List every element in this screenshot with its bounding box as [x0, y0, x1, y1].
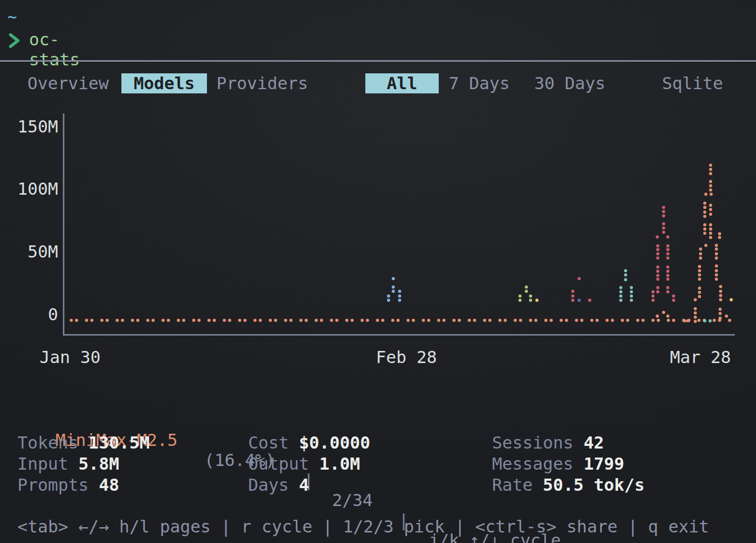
baseline-data-point	[718, 319, 721, 322]
y-axis-tick-label: 0	[0, 304, 58, 325]
data-point	[630, 299, 633, 302]
data-point	[715, 244, 718, 247]
baseline-data-point	[177, 319, 180, 322]
stat-value: 5.8M	[79, 454, 119, 474]
data-point	[630, 290, 633, 293]
baseline-data-point	[315, 319, 318, 322]
baseline-data-point	[330, 319, 333, 322]
data-point	[710, 193, 713, 196]
baseline-data-point	[192, 319, 195, 322]
baseline-data-point	[473, 319, 476, 322]
data-point	[698, 265, 701, 268]
baseline-data-point	[672, 319, 675, 322]
data-point	[698, 273, 701, 277]
baseline-data-point	[207, 319, 211, 322]
keybind-bar: <tab> ←/→ h/l pages | r cycle | 1/2/3 pi…	[17, 517, 709, 537]
data-point	[709, 232, 712, 235]
data-point	[662, 214, 665, 217]
data-point	[719, 312, 722, 315]
baseline-data-point	[152, 319, 155, 322]
tab-range-all[interactable]: All	[365, 73, 439, 93]
data-point	[525, 285, 528, 289]
baseline-data-point	[289, 319, 292, 322]
data-point	[704, 193, 707, 196]
stat-label: Prompts	[17, 475, 89, 495]
baseline-data-point	[468, 319, 471, 322]
tab-range-7-days[interactable]: 7 Days	[449, 73, 510, 93]
chart-legend: MiniMax-M2.5 (16.4%) | 2/34 | j/k ↑/↓ cy…	[0, 390, 41, 410]
data-point	[703, 211, 706, 214]
baseline-data-point	[544, 319, 547, 322]
baseline-data-point	[305, 319, 308, 322]
data-point	[392, 277, 395, 280]
tab-range-30-days[interactable]: 30 Days	[534, 73, 606, 93]
data-point	[709, 213, 712, 216]
data-point	[703, 227, 706, 231]
data-point	[398, 299, 401, 302]
baseline-data-point	[519, 319, 522, 322]
stat-prompts: Prompts 48	[17, 474, 119, 496]
legend-position-counter: 2/34	[332, 490, 373, 510]
data-point	[619, 286, 622, 289]
data-point	[709, 208, 712, 211]
baseline-data-point	[320, 319, 323, 322]
baseline-data-point	[483, 319, 486, 322]
stat-value: 42	[583, 433, 604, 453]
data-point	[719, 285, 722, 288]
x-axis-tick-label: Mar 28	[670, 347, 731, 367]
baseline-data-point	[687, 319, 691, 322]
baseline-data-point	[396, 319, 400, 322]
data-point	[392, 290, 395, 293]
baseline-data-point	[182, 319, 185, 322]
data-point	[529, 299, 532, 302]
baseline-data-point	[259, 319, 262, 322]
x-axis-tick-label: Feb 28	[376, 347, 437, 367]
baseline-data-point	[167, 319, 170, 322]
x-axis-tick-label: Jan 30	[40, 347, 101, 367]
data-point	[571, 290, 574, 293]
data-point	[619, 294, 622, 298]
tab-providers[interactable]: Providers	[216, 73, 308, 93]
baseline-data-point	[498, 319, 502, 322]
data-point	[666, 252, 669, 255]
tab-source-sqlite[interactable]: Sqlite	[662, 73, 723, 93]
baseline-data-point	[376, 319, 379, 322]
baseline-data-point	[422, 319, 425, 322]
data-point	[698, 287, 701, 290]
data-point	[651, 290, 655, 293]
baseline-data-point	[682, 319, 685, 322]
data-point	[683, 319, 686, 322]
data-point	[725, 315, 728, 318]
tab-overview[interactable]: Overview	[27, 73, 109, 93]
data-point	[703, 223, 706, 226]
data-point	[698, 295, 701, 298]
data-point	[709, 164, 712, 167]
baseline-data-point	[427, 319, 430, 322]
data-point	[392, 285, 395, 289]
baseline-data-point	[560, 319, 563, 322]
tab-models[interactable]: Models	[121, 73, 207, 93]
y-axis-line	[63, 113, 64, 336]
data-point	[666, 315, 669, 318]
data-point	[666, 278, 669, 281]
baseline-data-point	[116, 319, 119, 322]
baseline-data-point	[75, 319, 78, 322]
data-point	[709, 223, 712, 226]
data-point	[529, 294, 532, 298]
data-point	[709, 168, 712, 171]
y-axis-tick-label: 50M	[0, 242, 58, 262]
stat-label: Messages	[492, 454, 573, 474]
stat-label: Input	[17, 454, 68, 474]
data-point	[656, 290, 659, 293]
y-axis-tick-label: 100M	[0, 179, 58, 199]
baseline-data-point	[565, 319, 568, 322]
baseline-data-point	[136, 319, 139, 322]
data-point	[708, 319, 712, 322]
data-point	[715, 264, 718, 268]
data-point	[715, 269, 718, 272]
baseline-data-point	[381, 319, 384, 322]
data-point	[662, 206, 665, 209]
baseline-data-point	[243, 319, 247, 322]
data-point	[718, 236, 721, 239]
baseline-data-point	[162, 319, 165, 322]
